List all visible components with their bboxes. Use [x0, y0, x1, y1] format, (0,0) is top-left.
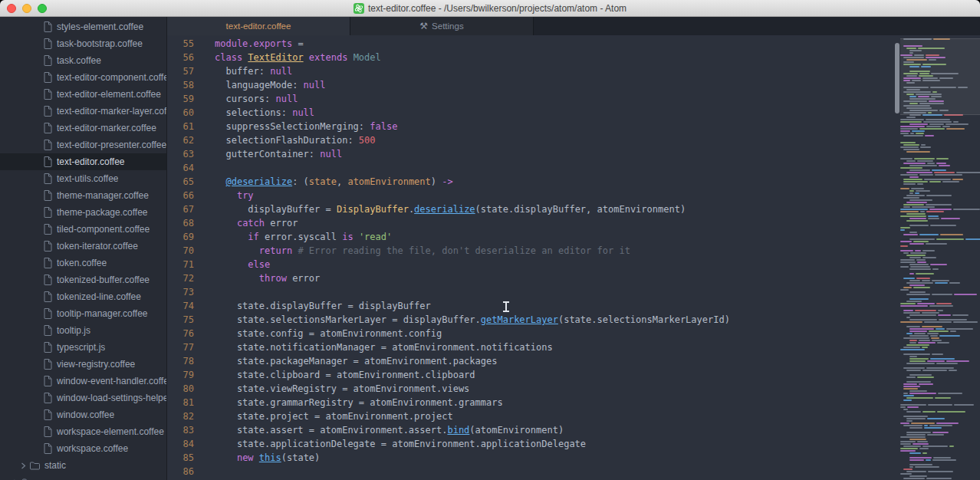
tree-item-file[interactable]: view-registry.coffee [0, 356, 166, 373]
tree-item-file[interactable]: typescript.js [0, 339, 166, 356]
minimap-line [900, 278, 980, 279]
close-button[interactable] [7, 4, 16, 13]
tree-item-file[interactable]: tooltip.js [0, 322, 166, 339]
tree-item-file[interactable]: text-editor-presenter.coffee [0, 136, 166, 153]
code-line[interactable]: state.packageManager = atomEnvironment.p… [215, 354, 894, 368]
tree-item-label: tooltip.js [57, 325, 90, 336]
minimap-line [900, 142, 980, 143]
code-line[interactable]: displayBuffer = DisplayBuffer.deserializ… [215, 202, 894, 216]
file-icon [44, 123, 52, 133]
code-line[interactable]: selections: null [215, 106, 894, 120]
minimap-line [900, 342, 980, 344]
zoom-button[interactable] [38, 4, 47, 13]
tree-item-file[interactable]: tokenized-line.coffee [0, 288, 166, 305]
tree-item-file[interactable]: task-bootstrap.coffee [0, 35, 166, 52]
tree-item-file[interactable]: text-editor-component.coffee [0, 69, 166, 86]
code-line[interactable] [215, 161, 894, 175]
editor[interactable]: 5556575859606162636465666768697071727374… [167, 35, 980, 480]
code-line[interactable]: state.project = atomEnvironment.project [215, 409, 894, 423]
code-line[interactable]: state.notificationManager = atomEnvironm… [215, 340, 894, 354]
code-line[interactable]: state.grammarRegistry = atomEnvironment.… [215, 396, 894, 409]
minimap-line [900, 340, 980, 341]
code-line[interactable]: suppressSelectionMerging: false [215, 120, 894, 133]
tree-item-file[interactable]: tokenized-buffer.coffee [0, 271, 166, 288]
code-line[interactable]: new this(state) [215, 451, 894, 465]
code-line[interactable]: state.config = atomEnvironment.config [215, 327, 894, 340]
tree-item-file[interactable]: token.coffee [0, 255, 166, 271]
line-number: 61 [167, 120, 215, 133]
tab-text-editor[interactable]: text-editor.coffee [167, 17, 350, 35]
tab-label: Settings [432, 21, 464, 31]
code-line[interactable]: state.viewRegistry = atomEnvironment.vie… [215, 382, 894, 396]
code-line[interactable]: else [215, 258, 894, 271]
code-line[interactable]: state.clipboard = atomEnvironment.clipbo… [215, 368, 894, 382]
code-line[interactable] [215, 285, 894, 299]
code-pane[interactable]: module.exports =class TextEditor extends… [215, 35, 894, 480]
code-line[interactable]: try [215, 189, 894, 202]
tree-item-file[interactable]: tiled-component.coffee [0, 221, 166, 238]
tree-item-file[interactable]: task.coffee [0, 52, 166, 69]
tree-item-file[interactable]: tooltip-manager.coffee [0, 305, 166, 322]
minimap-visible-region[interactable] [900, 38, 980, 115]
tree-item-label: workspace-element.coffee [57, 426, 164, 437]
code-line[interactable]: buffer: null [215, 64, 894, 78]
minimap-line [900, 234, 980, 235]
file-icon [44, 106, 52, 117]
tree-item-folder[interactable] [0, 474, 166, 480]
tree-item-file[interactable]: token-iterator.coffee [0, 238, 166, 255]
minimap-line [900, 406, 980, 408]
code-line[interactable]: state.assert = atomEnvironment.assert.bi… [215, 423, 894, 437]
tree-item-file[interactable]: workspace.coffee [0, 440, 166, 457]
scrollbar-thumb[interactable] [895, 43, 899, 113]
code-line[interactable]: throw error [215, 271, 894, 285]
tree-item-file[interactable]: theme-package.coffee [0, 204, 166, 221]
code-line[interactable]: @deserialize: (state, atomEnvironment) -… [215, 175, 894, 189]
minimap-line [900, 199, 980, 201]
tree-item-label: task.coffee [57, 55, 101, 66]
tree-item-file[interactable]: window-event-handler.coffee [0, 373, 166, 390]
code-line[interactable]: state.displayBuffer = displayBuffer [215, 299, 894, 313]
code-line[interactable]: if error.syscall is 'read' [215, 230, 894, 244]
tab-settings[interactable]: ⚒ Settings [350, 17, 534, 35]
tree-item-file[interactable]: text-editor-element.coffee [0, 86, 166, 103]
line-number: 75 [167, 313, 215, 327]
code-line[interactable]: cursors: null [215, 92, 894, 106]
minimap-line [900, 455, 980, 456]
code-line[interactable]: return # Error reading the file, don't d… [215, 244, 894, 258]
minimap-line [900, 393, 980, 394]
minimap[interactable] [900, 35, 980, 480]
minimap-line [900, 330, 980, 332]
tree-item-file[interactable]: text-utils.coffee [0, 170, 166, 187]
code-line[interactable]: state.selectionsMarkerLayer = displayBuf… [215, 313, 894, 327]
tree-item-file[interactable]: window-load-settings-helpers.coffee [0, 390, 166, 406]
minimap-line [900, 179, 980, 180]
minimap-line [900, 441, 980, 442]
minimap-line [900, 360, 980, 362]
code-line[interactable]: gutterContainer: null [215, 147, 894, 161]
tree-item-file[interactable]: text-editor-marker-layer.coffee [0, 103, 166, 120]
tree-item-file[interactable]: theme-manager.coffee [0, 187, 166, 204]
tree-item-label: text-utils.coffee [57, 173, 118, 184]
tree-item-file[interactable]: text-editor.coffee [0, 153, 166, 170]
tree-item-file[interactable]: styles-element.coffee [0, 18, 166, 35]
code-line[interactable]: catch error [215, 216, 894, 230]
code-line[interactable]: selectionFlashDuration: 500 [215, 133, 894, 147]
tree-item-label: theme-package.coffee [57, 207, 148, 218]
minimap-line [900, 257, 980, 258]
tree-item-file[interactable]: window.coffee [0, 406, 166, 423]
code-line[interactable] [215, 465, 894, 478]
minimap-line [900, 404, 980, 406]
tree-item-file[interactable]: text-editor-marker.coffee [0, 120, 166, 136]
code-line[interactable]: state.applicationDelegate = atomEnvironm… [215, 437, 894, 451]
tree-item-folder[interactable]: static [0, 457, 166, 474]
minimap-line [900, 229, 980, 231]
code-line[interactable]: module.exports = [215, 37, 894, 51]
code-line[interactable]: languageMode: null [215, 78, 894, 92]
tree-item-label: window.coffee [57, 409, 114, 420]
tree-item-file[interactable]: workspace-element.coffee [0, 423, 166, 440]
minimap-line [900, 459, 980, 461]
code-line[interactable]: class TextEditor extends Model [215, 51, 894, 64]
scrollbar-track[interactable] [894, 35, 900, 480]
minimize-button[interactable] [22, 4, 31, 13]
file-icon [44, 72, 52, 83]
